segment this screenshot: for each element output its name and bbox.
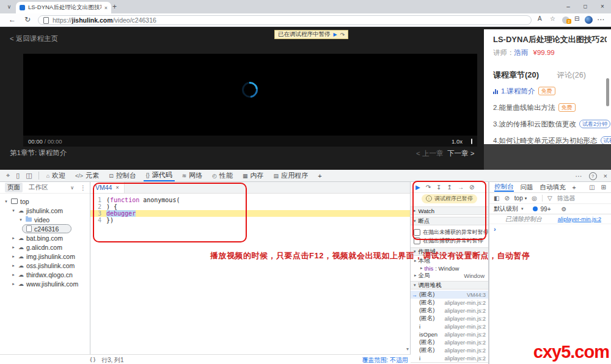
callstack-section-header[interactable]: ▾调用堆栈 <box>411 281 488 289</box>
line-number[interactable]: 2 <box>90 203 106 210</box>
filter-input[interactable]: 筛选器 <box>557 194 576 203</box>
playback-speed[interactable]: 1.0x <box>452 138 463 145</box>
chapter-item[interactable]: 3.波的传播和云图数值更改 试看2分钟 <box>493 118 610 129</box>
chapter-item[interactable]: 1.课程简介 免费 <box>493 86 555 96</box>
profile-avatar[interactable] <box>585 16 593 24</box>
stack-frame[interactable]: (匿名)aliplayer-min.js:2 <box>411 299 488 307</box>
step-over-icon[interactable]: ↷ <box>340 32 345 38</box>
back-to-course-link[interactable]: < 返回课程主页 <box>10 34 58 43</box>
console-sidebar-icon[interactable]: ◧ <box>494 195 499 202</box>
context-selector[interactable]: top▾ <box>514 195 527 202</box>
prev-chapter-link[interactable]: < 上一章 <box>416 149 443 158</box>
tree-item-domain[interactable]: ▸☁img.jishulink.com <box>0 252 90 261</box>
tab-memory[interactable]: ▦内存 <box>240 170 266 181</box>
chapter-item[interactable]: 2.能量曲线输出方法 免费 <box>493 102 576 113</box>
add-drawer-tab-button[interactable]: + <box>573 184 576 191</box>
device-toolbar-icon[interactable]: ▯ <box>16 172 20 180</box>
inspect-icon[interactable]: ⌖ <box>6 172 10 180</box>
teacher-link[interactable]: 浩雨 <box>514 49 529 56</box>
browser-tab[interactable]: LS-DYNA后处理论文出图技巧20... × <box>16 2 111 13</box>
stack-frame[interactable]: (匿名)aliplayer-min.js:2 <box>411 315 488 322</box>
tab-console[interactable]: ⊡控制台 <box>106 170 139 181</box>
coverage-link[interactable]: 覆盖范围: 不适用 <box>362 356 408 364</box>
level-selector[interactable]: 默认级别 <box>494 205 518 213</box>
activity-bar-icon[interactable]: ◫ <box>26 172 32 180</box>
favorite-star-icon[interactable]: ☆ <box>550 15 555 22</box>
video-player[interactable]: 00:00 / 00:00 1.0x <box>23 54 477 147</box>
collapse-arrow-icon[interactable]: ▸ <box>11 236 16 241</box>
step-icon[interactable]: → <box>458 184 464 191</box>
minimize-button[interactable]: – <box>560 0 577 13</box>
collections-icon[interactable]: ⊟ <box>574 15 579 22</box>
close-window-button[interactable]: × <box>594 0 611 13</box>
pretty-print-button[interactable]: {} <box>89 356 96 363</box>
console-prompt-row[interactable]: › <box>489 224 611 233</box>
tab-network[interactable]: ≋网络 <box>180 170 205 181</box>
scope-global-row[interactable]: ▸全局Window <box>411 272 488 279</box>
expand-arrow-icon[interactable]: ▾ <box>4 199 9 204</box>
clear-console-icon[interactable]: ⊘ <box>504 195 509 202</box>
filter-funnel-icon[interactable]: ▽ <box>547 195 552 202</box>
more-tabs-button[interactable]: + <box>315 170 324 181</box>
tree-item-domain[interactable]: ▸☁www.jishulink.com <box>0 279 90 288</box>
tree-item-domain[interactable]: ▸☁thirdwx.qlogo.cn <box>0 270 90 279</box>
stack-frame[interactable]: (匿名)aliplayer-min.js:2 <box>411 346 488 354</box>
help-icon[interactable]: ? <box>589 172 597 180</box>
collapse-arrow-icon[interactable]: ▸ <box>11 263 16 268</box>
tab-autofill[interactable]: 自动填充 <box>540 183 566 192</box>
stack-frame[interactable]: ialiplayer-min.js:2 <box>411 322 488 330</box>
tree-item-domain[interactable]: ▸☁bat.bing.com <box>0 233 90 242</box>
code-area[interactable]: 1(function anonymous( 2) { 3debugger 4}) <box>90 194 410 224</box>
tree-item-domain[interactable]: ▸☁g.alicdn.com <box>0 242 90 252</box>
tab-chapters[interactable]: 课程章节(20) <box>493 70 539 79</box>
line-number[interactable]: 3 <box>90 210 106 217</box>
expand-arrow-icon[interactable]: ▾ <box>11 208 16 213</box>
tree-item-file-selected[interactable]: c246316 <box>0 224 90 233</box>
resume-script-icon[interactable]: ▶ <box>334 32 337 37</box>
tree-item-domain[interactable]: ▾☁jishulink.com <box>0 206 90 215</box>
tab-performance[interactable]: ◴性能 <box>210 170 235 181</box>
tree-item-top[interactable]: ▾top <box>0 197 90 206</box>
stack-frame[interactable]: ialiplayer-min.js:2 <box>411 354 488 362</box>
devtools-close-icon[interactable]: × <box>604 172 607 180</box>
refresh-icon[interactable]: ↻ <box>24 15 31 24</box>
kebab-menu-icon[interactable]: ⋮ <box>80 184 86 191</box>
console-settings-icon[interactable]: ⚙ <box>561 206 566 213</box>
tree-item-domain[interactable]: ▸☁oss.jishulink.com <box>0 261 90 270</box>
read-aloud-icon[interactable]: A <box>538 15 542 22</box>
checkbox[interactable] <box>414 238 420 244</box>
page-info-icon[interactable] <box>43 17 49 24</box>
volume-icon[interactable] <box>471 139 472 144</box>
restore-button[interactable]: ◻ <box>577 0 594 13</box>
console-source-link[interactable]: aliplayer-min.js:2 <box>558 216 601 222</box>
tab-comments[interactable]: 评论(26) <box>557 71 586 79</box>
dock-side-icon[interactable]: ◫ <box>589 184 595 191</box>
collapse-arrow-icon[interactable]: ▸ <box>11 272 16 277</box>
stack-frame[interactable]: (匿名)aliplayer-min.js:2 <box>411 307 488 315</box>
tab-welcome[interactable]: ⌂欢迎 <box>44 170 68 181</box>
sidebar-scrollbar[interactable] <box>606 78 609 106</box>
back-icon[interactable]: ← <box>9 15 16 24</box>
tab-sources[interactable]: {}源代码 <box>144 170 175 181</box>
deactivate-breakpoints-icon[interactable]: ⊘ <box>469 184 474 191</box>
tab-close-icon[interactable]: × <box>104 5 108 11</box>
watch-section-header[interactable]: ▸Watch <box>411 206 488 215</box>
tab-workspace[interactable]: 工作区 <box>29 183 48 192</box>
line-number[interactable]: 4 <box>90 217 106 224</box>
resume-icon[interactable]: ▶ <box>415 184 420 191</box>
expand-arrow-icon[interactable]: ▾ <box>18 217 23 222</box>
browser-menu-icon[interactable]: ⋯ <box>597 15 604 24</box>
url-field[interactable]: https://jishulink.com/video/c246316 <box>38 15 532 25</box>
tab-elements[interactable]: </>元素 <box>73 170 101 181</box>
line-number[interactable]: 1 <box>90 197 106 203</box>
tab-issues[interactable]: 问题 <box>521 183 533 192</box>
next-chapter-link[interactable]: 下一章 > <box>447 149 474 158</box>
new-tab-button[interactable]: + <box>112 2 117 11</box>
collapse-arrow-icon[interactable]: ▸ <box>11 282 16 286</box>
collapse-arrow-icon[interactable]: ▸ <box>11 254 16 259</box>
extension-icon[interactable]: 2 <box>562 16 569 24</box>
stack-frame[interactable]: isOpenaliplayer-min.js:2 <box>411 330 488 338</box>
tab-application[interactable]: ▤应用程序 <box>271 170 311 181</box>
expand-icon[interactable]: ⊞ <box>601 184 606 191</box>
stack-frame[interactable]: (匿名)VM44:3 <box>411 291 488 299</box>
